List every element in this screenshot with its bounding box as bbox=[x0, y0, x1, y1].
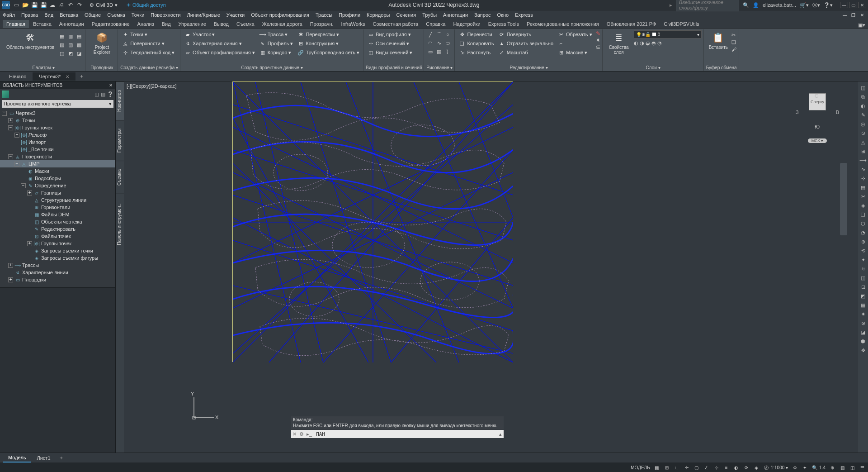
pline-icon[interactable]: ⌒ bbox=[435, 30, 443, 38]
toolspace-button[interactable]: 🛠 Область инструментов bbox=[4, 30, 57, 51]
palette-icon[interactable]: ▥ bbox=[66, 32, 75, 40]
tree-node[interactable]: +▱Границы bbox=[0, 189, 115, 196]
view-cube[interactable]: С З В Сверху Ю МСК ▾ bbox=[795, 87, 840, 141]
layer-tool-icon[interactable]: ◑ bbox=[640, 40, 644, 46]
panel-title[interactable]: Палитры ▾ bbox=[4, 64, 83, 70]
rt-icon[interactable]: ⊗ bbox=[859, 319, 867, 327]
layer-tool-icon[interactable]: ◓ bbox=[651, 40, 656, 46]
autodesk-app-icon[interactable]: Ⓐ▾ bbox=[812, 2, 820, 9]
rt-icon[interactable]: ⬢ bbox=[859, 338, 867, 345]
array-button[interactable]: ⊞Массив ▾ bbox=[556, 48, 594, 57]
menu-item[interactable]: Аннотации bbox=[443, 12, 468, 18]
search-input[interactable]: Введите ключевое слово/фразу bbox=[676, 0, 739, 11]
rt-icon[interactable]: ∿ bbox=[859, 166, 867, 173]
palette-icon[interactable]: ◩ bbox=[66, 49, 75, 57]
tree-node[interactable]: +[⊕]Рельеф bbox=[0, 131, 115, 138]
menu-item[interactable]: Сечения bbox=[396, 12, 416, 18]
rt-icon[interactable]: ⧉ bbox=[859, 93, 867, 100]
layer-tool-icon[interactable]: ◒ bbox=[646, 40, 650, 46]
file-tab[interactable]: Чертеж3* ✕ bbox=[33, 72, 75, 81]
palette-icon[interactable]: ◪ bbox=[75, 49, 83, 57]
profile-button[interactable]: ∿Профиль ▾ bbox=[258, 39, 295, 48]
expand-icon[interactable]: + bbox=[8, 118, 13, 123]
menu-item[interactable]: Окно bbox=[497, 12, 509, 18]
qat-opencloud-icon[interactable]: ☁ bbox=[49, 1, 56, 9]
qat-plot-icon[interactable]: 🖨 bbox=[58, 1, 65, 9]
menu-item[interactable]: Профили bbox=[339, 12, 360, 18]
panel-title[interactable]: Рисование ▾ bbox=[426, 64, 453, 70]
menu-item[interactable]: Съемка bbox=[107, 12, 125, 18]
tree-node[interactable]: +[⊕]Группы точек bbox=[0, 240, 115, 247]
status-icon[interactable]: ◫ bbox=[849, 465, 855, 471]
tree-node[interactable]: −✎Определение bbox=[0, 182, 115, 189]
rt-icon[interactable]: ✎ bbox=[859, 111, 867, 119]
toolspace-view-combo[interactable]: Просмотр активного чертежа▾ bbox=[2, 100, 113, 108]
command-line[interactable]: ✕ ⚙ ▸_ ПАН ▴ bbox=[291, 430, 504, 438]
fillet-button[interactable]: ⌐ bbox=[556, 39, 594, 48]
layout-tab[interactable]: Модель bbox=[3, 453, 31, 462]
rt-icon[interactable]: ⊡ bbox=[859, 283, 867, 291]
rt-icon[interactable]: ◐ bbox=[859, 102, 867, 110]
lwt-icon[interactable]: ≡ bbox=[723, 465, 730, 471]
layer-combo[interactable]: 💡 ❄ 🔓 0 ▾ bbox=[634, 30, 702, 38]
add-layout-button[interactable]: ＋ bbox=[56, 454, 66, 461]
layout-tab[interactable]: Лист1 bbox=[31, 454, 56, 462]
tree-node[interactable]: ◬Структурные линии bbox=[0, 196, 115, 204]
tree-node[interactable]: ◉Водосборы bbox=[0, 175, 115, 182]
rt-icon[interactable]: ≋ bbox=[859, 265, 867, 272]
rt-icon[interactable]: ◈ bbox=[859, 202, 867, 209]
tree-node[interactable]: −◬Поверхности bbox=[0, 153, 115, 160]
ribbon-tab[interactable]: Вставка bbox=[29, 20, 55, 28]
trans-icon[interactable]: ◐ bbox=[733, 465, 740, 471]
palette-icon[interactable]: ▤ bbox=[75, 32, 83, 40]
doc-minimize-button[interactable]: — bbox=[842, 12, 848, 18]
nav-bar[interactable] bbox=[840, 163, 847, 235]
menu-item[interactable]: Правка bbox=[21, 12, 38, 18]
expand-icon[interactable]: − bbox=[2, 111, 7, 116]
expand-icon[interactable]: + bbox=[27, 191, 32, 195]
expand-icon[interactable]: − bbox=[14, 162, 19, 167]
qat-undo-icon[interactable]: ↶ bbox=[67, 1, 74, 9]
rt-icon[interactable]: ◔ bbox=[859, 229, 867, 236]
rt-icon[interactable]: ▦ bbox=[859, 301, 867, 309]
prospector-tree[interactable]: −▭Чертеж3+⊕Точки−[⊕]Группы точек+[⊕]Рель… bbox=[0, 109, 115, 287]
rt-icon[interactable]: ✥ bbox=[859, 347, 867, 354]
ribbon-tab[interactable]: Express Tools bbox=[485, 20, 523, 28]
panel-title[interactable]: Слои ▾ bbox=[605, 64, 702, 70]
hatch-icon[interactable]: ▦ bbox=[435, 48, 443, 56]
ribbon-tab[interactable]: Рекомендованные приложения bbox=[523, 20, 603, 28]
active-drawing-icon[interactable] bbox=[2, 91, 9, 98]
menu-item[interactable]: Трубы bbox=[422, 12, 437, 18]
palette-icon[interactable]: ◫ bbox=[58, 49, 66, 57]
ribbon-tab[interactable]: Civil3DPSVUtils bbox=[660, 20, 703, 28]
menu-item[interactable]: Файл bbox=[3, 12, 15, 18]
tree-node[interactable]: ◈Запросы съемки точки bbox=[0, 247, 115, 254]
wcs-button[interactable]: МСК ▾ bbox=[808, 138, 827, 143]
panel-title[interactable]: Редактирование ▾ bbox=[457, 64, 600, 70]
cmd-recent-icon[interactable]: ▴ bbox=[497, 431, 504, 437]
ribbon-tab[interactable]: Вывод bbox=[210, 20, 232, 28]
ribbon-collapse-button[interactable]: ▣▾ bbox=[858, 22, 865, 28]
ribbon-tab[interactable]: Анализ bbox=[134, 20, 158, 28]
scale-button[interactable]: ⤢Масштаб bbox=[497, 48, 555, 57]
panel-title[interactable]: Создать данные рельефа ▾ bbox=[120, 64, 178, 70]
menu-item[interactable]: Линии/Кривые bbox=[187, 12, 220, 18]
paste-button[interactable]: 📋 Вставить bbox=[706, 30, 731, 51]
grading-button[interactable]: ▱Объект профилирования ▾ bbox=[183, 48, 257, 57]
arc-icon[interactable]: ◠ bbox=[426, 39, 434, 47]
points-button[interactable]: ✦Точки ▾ bbox=[120, 30, 176, 38]
tree-node[interactable]: ✎Редактировать bbox=[0, 225, 115, 233]
explode-icon[interactable]: ✷ bbox=[596, 37, 600, 43]
copy-button[interactable]: ❏Копировать bbox=[457, 39, 495, 48]
expand-icon[interactable]: + bbox=[8, 277, 13, 282]
status-icon[interactable]: ⊕ bbox=[829, 465, 835, 471]
cut-icon[interactable]: ✂ bbox=[731, 32, 736, 38]
assembly-button[interactable]: ⊞Конструкция ▾ bbox=[296, 39, 361, 48]
drawing-canvas[interactable] bbox=[232, 81, 513, 362]
side-tab[interactable]: Навигатор bbox=[116, 81, 124, 120]
help-icon[interactable]: ❔ bbox=[107, 91, 113, 97]
status-icon[interactable]: ✦ bbox=[802, 465, 808, 471]
rt-icon[interactable]: ⊙ bbox=[859, 129, 867, 137]
anno-scale[interactable]: Ⓐ1:1000 ▾ bbox=[763, 465, 788, 471]
polar-icon[interactable]: ✛ bbox=[684, 465, 690, 471]
